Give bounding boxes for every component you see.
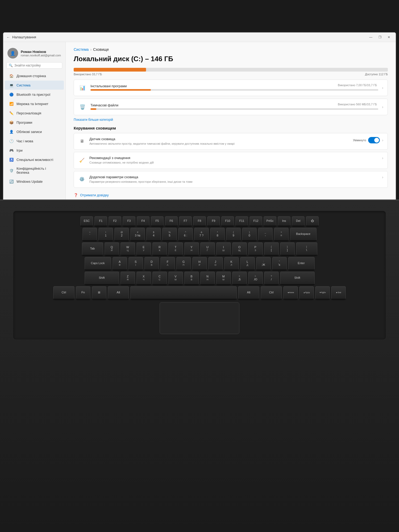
- key-s[interactable]: SІ: [128, 257, 143, 270]
- key-3[interactable]: #3 №: [130, 228, 145, 241]
- key-k[interactable]: KЛ: [224, 257, 239, 270]
- storage-card-installed[interactable]: 📊 Інстальовані програми Використано 7,00…: [74, 80, 388, 96]
- breadcrumb-parent[interactable]: Система: [74, 47, 89, 52]
- key-f[interactable]: FА: [160, 257, 175, 270]
- key-pgup[interactable]: ▲PgUp: [299, 286, 314, 300]
- sidebar-item-home[interactable]: 🏠 Домашня сторінка: [5, 71, 64, 80]
- back-button[interactable]: ←: [6, 35, 10, 39]
- key-rctrl[interactable]: Ctrl: [261, 286, 282, 300]
- close-button[interactable]: ✕: [385, 34, 393, 40]
- sidebar-item-network[interactable]: 📶 Мережа та Інтернет: [5, 99, 64, 108]
- sidebar-item-gaming[interactable]: 🎮 Ігри: [5, 146, 64, 155]
- mgmt-item-advanced[interactable]: ⚙️ Додаткові параметри сховища Параметри…: [74, 171, 388, 188]
- sidebar-item-apps[interactable]: 📦 Програми: [5, 118, 64, 127]
- key-lctrl[interactable]: Ctrl: [53, 286, 74, 300]
- key-equals[interactable]: +=: [274, 228, 289, 241]
- key-f11[interactable]: F11: [235, 216, 248, 226]
- key-q[interactable]: QЙ: [105, 242, 119, 256]
- key-f4[interactable]: F4: [137, 216, 149, 226]
- key-u[interactable]: UГ: [200, 242, 215, 256]
- key-minus[interactable]: _-: [258, 228, 273, 241]
- key-4[interactable]: $4: [146, 228, 161, 241]
- key-c[interactable]: CС: [152, 272, 167, 285]
- search-input[interactable]: [14, 64, 60, 67]
- sidebar-item-personalization[interactable]: ✏️ Персоналізація: [5, 109, 64, 118]
- key-f6[interactable]: F6: [165, 216, 178, 226]
- sense-toggle[interactable]: [368, 137, 380, 143]
- key-i[interactable]: IШ: [216, 242, 231, 256]
- sidebar-item-time[interactable]: 🕐 Час і мова: [5, 136, 64, 146]
- key-power[interactable]: ⏻: [306, 216, 319, 226]
- sidebar-item-accounts[interactable]: 👤 Облікові записи: [5, 127, 64, 136]
- key-pgdn[interactable]: ▼PgDn: [315, 286, 330, 300]
- key-lalt[interactable]: Alt: [108, 286, 129, 300]
- key-slash[interactable]: ?/: [264, 272, 279, 285]
- key-f2[interactable]: F2: [109, 216, 121, 226]
- mgmt-item-sense[interactable]: 🖥 Датчик сховища Автоматично звільняти п…: [74, 133, 388, 150]
- key-f3[interactable]: F3: [123, 216, 135, 226]
- key-f10[interactable]: F10: [221, 216, 234, 226]
- key-tab[interactable]: Tab: [82, 242, 103, 256]
- restore-button[interactable]: ❐: [376, 34, 384, 40]
- search-box[interactable]: 🔍: [6, 62, 62, 69]
- key-tilde[interactable]: ~`: [82, 228, 97, 241]
- key-j[interactable]: JО: [208, 257, 223, 270]
- sidebar-item-windows-update[interactable]: 🔄 Windows Update: [5, 177, 64, 186]
- key-x[interactable]: XЧ: [136, 272, 151, 285]
- key-space[interactable]: [130, 286, 237, 300]
- key-w[interactable]: WЦ: [120, 242, 135, 256]
- key-p[interactable]: PЗ: [248, 242, 263, 256]
- key-prtsc[interactable]: PrtSc: [264, 216, 276, 226]
- key-b[interactable]: BВ: [184, 272, 199, 285]
- help-link[interactable]: ❓ Отримати довідку: [74, 192, 388, 198]
- key-f5[interactable]: F5: [151, 216, 164, 226]
- sidebar-item-accessibility[interactable]: ♿ Спеціальні можливості: [5, 155, 64, 164]
- key-f1[interactable]: F1: [94, 216, 107, 226]
- key-backslash[interactable]: |\: [296, 242, 317, 256]
- key-0[interactable]: )0: [242, 228, 257, 241]
- key-l[interactable]: LД: [240, 257, 255, 270]
- key-capslock[interactable]: Caps Lock: [85, 257, 111, 270]
- key-fn[interactable]: Fn: [76, 286, 90, 300]
- key-lbracket[interactable]: {[: [264, 242, 279, 256]
- key-d[interactable]: DВ: [144, 257, 159, 270]
- key-home[interactable]: ◄Home: [283, 286, 298, 300]
- key-e[interactable]: EУ: [136, 242, 151, 256]
- key-f8[interactable]: F8: [193, 216, 206, 226]
- key-1[interactable]: !1: [98, 228, 113, 241]
- key-insert[interactable]: Ins: [278, 216, 290, 226]
- show-more-button[interactable]: Показати більше категорій: [74, 118, 388, 122]
- key-end[interactable]: ►End: [331, 286, 346, 300]
- key-period[interactable]: >.Ю: [248, 272, 263, 285]
- key-n[interactable]: NН: [200, 272, 215, 285]
- key-delete[interactable]: Del: [292, 216, 305, 226]
- key-z[interactable]: ZЯ: [120, 272, 135, 285]
- key-a[interactable]: AФ: [113, 257, 127, 270]
- key-9[interactable]: (9: [226, 228, 241, 241]
- sidebar-item-bluetooth[interactable]: 🔵 Bluetooth та пристрої: [5, 90, 64, 99]
- key-f7[interactable]: F7: [179, 216, 192, 226]
- key-f9[interactable]: F9: [207, 216, 220, 226]
- key-f12[interactable]: F12: [250, 216, 262, 226]
- sidebar-item-system[interactable]: 💻 Система: [5, 81, 64, 90]
- key-2[interactable]: @2: [114, 228, 129, 241]
- key-g[interactable]: GП: [176, 257, 191, 270]
- key-lshift[interactable]: Shift: [85, 272, 119, 285]
- storage-card-temp[interactable]: 🗑️ Тимчасові файли Використано 560 МБ/33…: [74, 99, 388, 115]
- sidebar-item-privacy[interactable]: 🛡️ Конфіденційність і безпека: [5, 164, 64, 177]
- key-ralt[interactable]: Alt: [238, 286, 259, 300]
- key-v[interactable]: VМ: [168, 272, 183, 285]
- key-comma[interactable]: <,Б: [232, 272, 247, 285]
- key-rbracket[interactable]: }]: [280, 242, 295, 256]
- key-5[interactable]: %5: [162, 228, 177, 241]
- key-rshift[interactable]: Shift: [280, 272, 315, 285]
- key-m[interactable]: MМ: [216, 272, 231, 285]
- touchpad[interactable]: [160, 302, 239, 334]
- key-o[interactable]: OЩ: [232, 242, 247, 256]
- key-semicolon[interactable]: :;Ж: [256, 257, 271, 270]
- key-t[interactable]: TЕ: [168, 242, 183, 256]
- key-quote[interactable]: "'є: [272, 257, 287, 270]
- mgmt-item-cleanup[interactable]: 🧹 Рекомендації з очищення Сховище оптимі…: [74, 152, 388, 169]
- key-backspace[interactable]: Backspace: [290, 228, 317, 241]
- key-h[interactable]: HР: [192, 257, 207, 270]
